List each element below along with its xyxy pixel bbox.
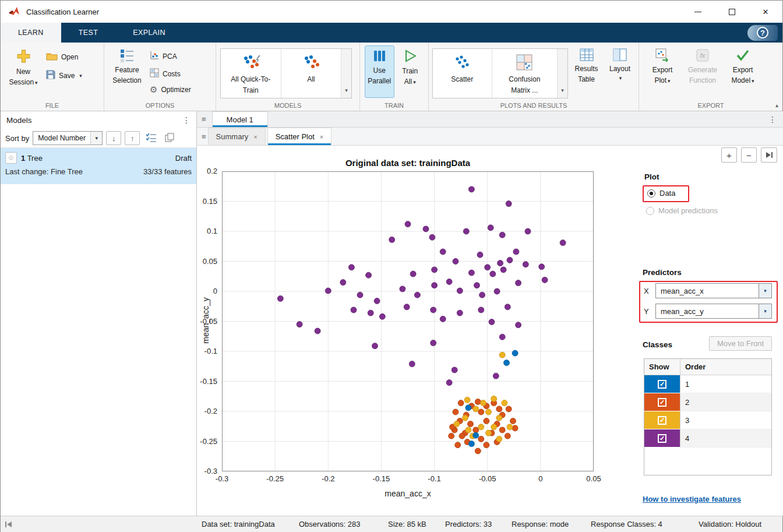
duplicate-model-button[interactable]	[162, 131, 177, 145]
classes-table-header: Show Order	[644, 359, 771, 375]
kebab-menu-icon[interactable]: ⋮	[182, 115, 191, 125]
class-color-cell: ✓	[644, 393, 680, 411]
close-tab-icon[interactable]: ×	[253, 133, 257, 140]
collapse-ribbon-button[interactable]: ▴	[775, 102, 778, 108]
tab-learn[interactable]: LEARN	[1, 23, 61, 43]
dropdown-arrow-icon: ▾	[35, 80, 38, 86]
kebab-menu-icon[interactable]: ⋮	[768, 115, 777, 124]
dropdown-arrow-icon[interactable]: ▾	[79, 73, 82, 79]
gallery-expand-icon: ▾	[561, 87, 564, 93]
pca-button[interactable]: PCA	[147, 49, 193, 64]
new-session-button[interactable]: New Session▾	[5, 45, 41, 98]
x-tick-label: 0	[523, 474, 558, 483]
x-predictor-label: X	[644, 287, 651, 295]
feature-selection-icon	[120, 48, 134, 64]
y-tick-label: -0.15	[189, 377, 217, 386]
document-actions-icon[interactable]: ≡	[202, 115, 206, 124]
section-label-export: EXPORT	[639, 102, 782, 109]
sort-ascending-button[interactable]: ↑	[125, 131, 140, 145]
how-to-investigate-features-link[interactable]: How to investigate features	[643, 495, 741, 503]
gallery-expand-icon: ▾	[345, 87, 348, 93]
export-plot-icon	[655, 48, 669, 64]
select-models-button[interactable]	[143, 131, 158, 145]
plot-tile-scatter[interactable]: Scatter	[433, 49, 492, 98]
costs-button[interactable]: Costs	[147, 66, 193, 81]
ribbon-section-models: All Quick-To- Train All ▾ MODELS	[216, 43, 360, 111]
help-button[interactable]: ?	[747, 25, 778, 41]
x-predictor-dropdown[interactable]: mean_acc_x	[655, 283, 759, 298]
minimize-button[interactable]	[681, 1, 715, 23]
tab-test[interactable]: TEST	[61, 23, 116, 43]
figure-tab-bar: ≡ Summary × Scatter Plot ×	[197, 128, 783, 146]
show-class-checkbox[interactable]: ✓	[658, 434, 666, 443]
model-preset-all[interactable]: All	[281, 49, 342, 98]
radio-data[interactable]: Data	[647, 189, 675, 198]
plots-gallery-expand[interactable]: ▾	[558, 49, 567, 98]
export-plot-button[interactable]: Export Plot▾	[646, 45, 679, 98]
class-order-cell[interactable]: 3	[680, 411, 771, 429]
y-predictor-row: Y mean_acc_y ▾	[644, 304, 772, 319]
close-tab-icon[interactable]: ×	[320, 133, 323, 140]
show-class-checkbox[interactable]: ✓	[658, 380, 666, 389]
train-all-button[interactable]: Train All▾	[396, 45, 425, 98]
status-validation: Validation: Holdout	[699, 516, 761, 532]
model-list-item[interactable]: ☆ 1 Tree Draft Last change: Fine Tree 33…	[1, 148, 196, 184]
models-panel: Models ⋮ Sort by Model Number ▾ ↓ ↑ ☆ 1 …	[1, 111, 197, 516]
save-icon	[46, 70, 55, 81]
close-button[interactable]: ✕	[749, 1, 782, 23]
scatter-plot-icon	[452, 54, 472, 72]
class-order-cell[interactable]: 2	[680, 393, 771, 411]
tab-scatter-plot[interactable]: Scatter Plot ×	[267, 128, 332, 145]
classes-table: Show Order ✓ 1 ✓ 2 ✓ 3 ✓ 4	[644, 358, 772, 475]
dropdown-arrow-icon[interactable]: ▾	[759, 283, 772, 298]
tab-explain[interactable]: EXPLAIN	[115, 23, 183, 43]
use-parallel-toggle[interactable]: Use Parallel	[365, 45, 394, 98]
x-predictor-row: X mean_acc_x ▾	[644, 283, 772, 298]
x-tick-label: -0.2	[311, 474, 345, 483]
results-table-button[interactable]: Results Table	[570, 45, 602, 98]
layout-button[interactable]: Layout ▾	[605, 45, 635, 98]
class-order-cell[interactable]: 4	[680, 429, 771, 448]
tab-model-1[interactable]: Model 1	[212, 111, 268, 127]
dropdown-arrow-icon[interactable]: ▾	[759, 304, 772, 319]
models-gallery-expand[interactable]: ▾	[341, 49, 351, 98]
save-button[interactable]: Save ▾	[44, 68, 84, 83]
restore-panel-icon[interactable]	[5, 521, 13, 530]
svg-text:fx: fx	[700, 52, 706, 59]
scatter-plot[interactable]: mean_acc_y mean_acc_x -0.3-0.25-0.2-0.15…	[222, 171, 594, 471]
show-class-checkbox[interactable]: ✓	[658, 398, 666, 407]
scatter-plot-canvas[interactable]	[222, 171, 594, 471]
arrow-down-icon: ↓	[112, 134, 116, 143]
order-column-header: Order	[680, 359, 771, 375]
model-status-badge: Draft	[175, 154, 192, 163]
models-panel-title: Models	[6, 116, 32, 125]
show-class-checkbox[interactable]: ✓	[658, 416, 666, 425]
figure-actions-icon[interactable]: ≡	[202, 132, 206, 141]
plots-gallery: Scatter Confusion Matrix ... ▾	[432, 48, 568, 98]
expand-controls-button[interactable]	[761, 147, 777, 163]
y-tick-label: -0.2	[189, 407, 217, 415]
status-predictors: Predictors: 33	[445, 516, 492, 532]
costs-icon	[150, 68, 159, 79]
model-features-count: 33/33 features	[143, 167, 192, 176]
zoom-out-button[interactable]: −	[741, 147, 757, 163]
section-label-plots: PLOTS AND RESULTS	[429, 102, 639, 109]
window-controls: ✕	[681, 1, 782, 23]
class-color-cell: ✓	[644, 375, 680, 393]
y-tick-label: -0.3	[189, 467, 217, 475]
feature-selection-button[interactable]: Feature Selection	[109, 45, 145, 98]
zoom-in-button[interactable]: +	[721, 147, 737, 163]
plot-tile-confusion-matrix[interactable]: Confusion Matrix ...	[492, 49, 558, 98]
y-predictor-dropdown[interactable]: mean_acc_y	[655, 304, 759, 319]
favorite-star-icon[interactable]: ☆	[5, 152, 17, 164]
class-order-cell[interactable]: 1	[680, 375, 771, 393]
optimizer-button[interactable]: ⚙ Optimizer	[147, 84, 193, 96]
tab-summary[interactable]: Summary ×	[208, 128, 266, 145]
sort-by-dropdown[interactable]: Model Number ▾	[33, 131, 103, 145]
maximize-button[interactable]	[715, 1, 749, 23]
export-model-button[interactable]: Export Model▾	[726, 45, 759, 98]
model-preset-all-quick-to-train[interactable]: All Quick-To- Train	[221, 49, 281, 98]
open-button[interactable]: Open	[44, 50, 84, 64]
sort-descending-button[interactable]: ↓	[106, 131, 121, 145]
export-model-icon	[735, 48, 750, 64]
